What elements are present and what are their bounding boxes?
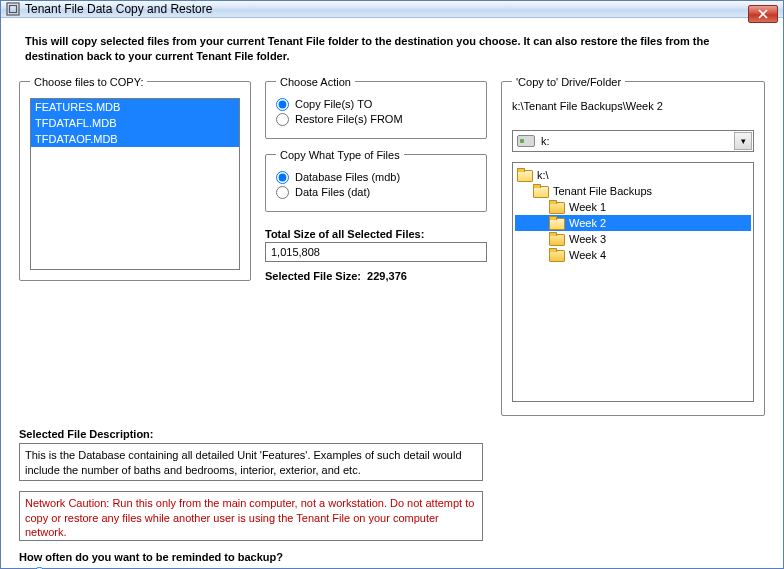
folder-icon (549, 200, 565, 213)
folder-open-icon (517, 168, 533, 181)
drive-select[interactable]: k: ▾ (512, 130, 754, 152)
tree-folder-label: Week 2 (569, 217, 606, 229)
titlebar: Tenant File Data Copy and Restore (1, 1, 783, 18)
app-window: Tenant File Data Copy and Restore This w… (0, 0, 784, 569)
tree-folder-label: Week 1 (569, 201, 606, 213)
tree-root[interactable]: k:\ (515, 167, 751, 183)
app-icon (5, 1, 21, 17)
client-area: This will copy selected files from your … (1, 18, 783, 569)
choose-action-group: Choose Action Copy File(s) TO Restore Fi… (265, 76, 487, 139)
selected-file-size-label: Selected File Size: (265, 270, 361, 282)
tree-folder-label: Tenant File Backups (553, 185, 652, 197)
folder-tree[interactable]: k:\ Tenant File Backups Week 1 Week (512, 162, 754, 402)
radio-copy-to[interactable]: Copy File(s) TO (276, 98, 476, 111)
copy-to-group: 'Copy to' Drive/Folder k:\Tenant File Ba… (501, 76, 765, 416)
folder-open-icon (549, 216, 565, 229)
radio-dat-label: Data Files (dat) (295, 186, 370, 198)
copy-to-path: k:\Tenant File Backups\Week 2 (512, 100, 754, 112)
tree-root-label: k:\ (537, 169, 549, 181)
chevron-down-icon[interactable]: ▾ (734, 132, 752, 150)
svg-rect-1 (10, 6, 17, 13)
files-listbox[interactable]: FEATURES.MDB TFDATAFL.MDB TFDATAOF.MDB (30, 98, 240, 270)
radio-dat[interactable]: Data Files (dat) (276, 186, 476, 199)
file-type-group: Copy What Type of Files Database Files (… (265, 149, 487, 212)
svg-rect-0 (7, 3, 19, 15)
total-size-label: Total Size of all Selected Files: (265, 228, 487, 240)
network-caution: Network Caution: Run this only from the … (19, 491, 483, 541)
folder-icon (549, 248, 565, 261)
drive-select-value: k: (541, 135, 550, 147)
radio-mdb-input[interactable] (276, 171, 289, 184)
choose-action-legend: Choose Action (276, 76, 355, 88)
radio-restore-from-input[interactable] (276, 113, 289, 126)
tree-folder-week4[interactable]: Week 4 (515, 247, 751, 263)
radio-copy-to-label: Copy File(s) TO (295, 98, 372, 110)
description-label: Selected File Description: (19, 428, 483, 440)
tree-folder-backups[interactable]: Tenant File Backups (515, 183, 751, 199)
tree-folder-label: Week 3 (569, 233, 606, 245)
selected-file-size: Selected File Size: 229,376 (265, 270, 487, 282)
total-size-value: 1,015,808 (265, 242, 487, 262)
drive-icon (517, 135, 535, 147)
intro-text: This will copy selected files from your … (25, 34, 759, 64)
list-item[interactable]: FEATURES.MDB (31, 99, 239, 115)
list-item[interactable]: TFDATAOF.MDB (31, 131, 239, 147)
copy-to-legend: 'Copy to' Drive/Folder (512, 76, 625, 88)
window-title: Tenant File Data Copy and Restore (25, 2, 212, 16)
tree-folder-label: Week 4 (569, 249, 606, 261)
radio-dat-input[interactable] (276, 186, 289, 199)
choose-files-group: Choose files to COPY: FEATURES.MDB TFDAT… (19, 76, 251, 281)
remind-heading: How often do you want to be reminded to … (19, 551, 765, 563)
description-text: This is the Database containing all deta… (19, 443, 483, 481)
file-type-legend: Copy What Type of Files (276, 149, 404, 161)
radio-restore-from[interactable]: Restore File(s) FROM (276, 113, 476, 126)
radio-mdb-label: Database Files (mdb) (295, 171, 400, 183)
radio-copy-to-input[interactable] (276, 98, 289, 111)
list-item[interactable]: TFDATAFL.MDB (31, 115, 239, 131)
selected-file-size-value: 229,376 (367, 270, 407, 282)
choose-files-legend: Choose files to COPY: (30, 76, 147, 88)
tree-folder-week2[interactable]: Week 2 (515, 215, 751, 231)
folder-icon (549, 232, 565, 245)
tree-folder-week3[interactable]: Week 3 (515, 231, 751, 247)
folder-open-icon (533, 184, 549, 197)
radio-restore-from-label: Restore File(s) FROM (295, 113, 403, 125)
tree-folder-week1[interactable]: Week 1 (515, 199, 751, 215)
radio-mdb[interactable]: Database Files (mdb) (276, 171, 476, 184)
